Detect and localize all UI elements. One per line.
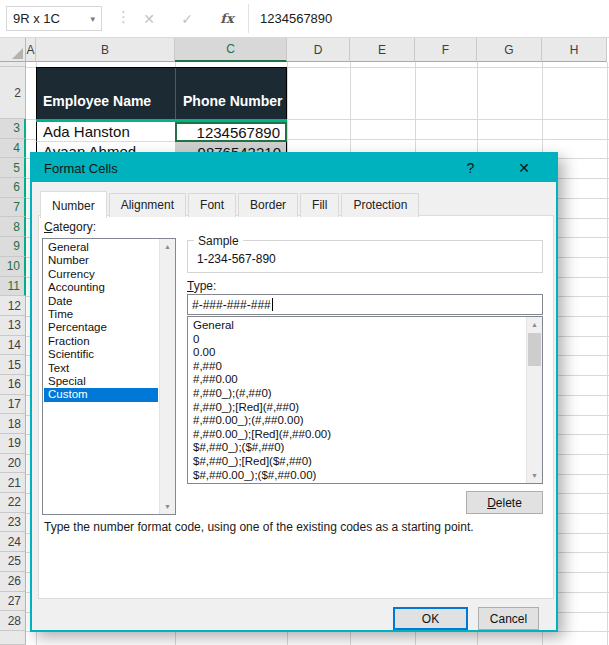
- formula-input[interactable]: 1234567890: [252, 6, 609, 31]
- column-header-B[interactable]: B: [36, 38, 175, 62]
- row-header-23[interactable]: 23: [0, 513, 26, 533]
- row-header-21[interactable]: 21: [0, 473, 26, 493]
- row-header-27[interactable]: 27: [0, 592, 26, 612]
- row-header-2[interactable]: 2: [0, 67, 26, 119]
- type-code-item[interactable]: #,##0.00: [189, 373, 525, 387]
- row-header-20[interactable]: 20: [0, 454, 26, 474]
- row-header-13[interactable]: 13: [0, 316, 26, 336]
- category-item-custom[interactable]: Custom: [44, 388, 158, 401]
- column-header-F[interactable]: F: [415, 38, 477, 62]
- dialog-title-bar[interactable]: Format Cells ? ✕: [32, 154, 556, 182]
- type-code-item[interactable]: General: [189, 319, 525, 333]
- column-header-D[interactable]: D: [287, 38, 350, 62]
- row-header-22[interactable]: 22: [0, 493, 26, 513]
- row-header-12[interactable]: 12: [0, 296, 26, 316]
- category-item-text[interactable]: Text: [44, 362, 158, 375]
- select-all-icon: [12, 48, 23, 59]
- cell-c3-active[interactable]: 1234567890: [175, 122, 287, 142]
- dialog-help-text: Type the number format code, using one o…: [44, 520, 540, 534]
- category-scrollbar[interactable]: ▲ ▼: [159, 239, 175, 514]
- name-box[interactable]: 9R x 1C ▾: [6, 6, 102, 31]
- cell-b3[interactable]: Ada Hanston: [36, 122, 175, 142]
- scroll-up-icon[interactable]: ▲: [527, 317, 542, 332]
- category-item-time[interactable]: Time: [44, 308, 158, 321]
- type-code-item[interactable]: 0: [189, 333, 525, 347]
- row-header-24[interactable]: 24: [0, 532, 26, 552]
- delete-button[interactable]: Delete: [466, 491, 543, 514]
- tab-protection[interactable]: Protection: [341, 193, 419, 217]
- scroll-down-icon[interactable]: ▼: [160, 499, 175, 514]
- header-cell-employee-name[interactable]: Employee Name: [37, 68, 176, 119]
- row-header-15[interactable]: 15: [0, 355, 26, 375]
- tab-border[interactable]: Border: [238, 193, 298, 217]
- row-header-3[interactable]: 3: [0, 119, 26, 139]
- row-header-26[interactable]: 26: [0, 572, 26, 592]
- employee-table: Employee Name Phone Number Ada Hanston 1…: [36, 67, 287, 162]
- row-header-11[interactable]: 11: [0, 277, 26, 297]
- scroll-up-icon[interactable]: ▲: [160, 239, 175, 254]
- row-header-17[interactable]: 17: [0, 395, 26, 415]
- row-header-5[interactable]: 5: [0, 158, 26, 178]
- type-code-listbox[interactable]: General00.00#,##0#,##0.00#,##0_);(#,##0)…: [187, 316, 543, 484]
- row-header-10[interactable]: 10: [0, 257, 26, 277]
- row-header-6[interactable]: 6: [0, 178, 26, 198]
- type-code-item[interactable]: #,##0_);[Red](#,##0): [189, 401, 525, 415]
- formula-cancel-icon[interactable]: ✕: [134, 6, 164, 31]
- category-item-accounting[interactable]: Accounting: [44, 281, 158, 294]
- type-code-item[interactable]: $#,##0_);[Red]($#,##0): [189, 455, 525, 469]
- tab-alignment[interactable]: Alignment: [109, 193, 186, 217]
- cancel-button[interactable]: Cancel: [478, 607, 539, 630]
- type-scrollbar[interactable]: ▲ ▼: [526, 317, 542, 483]
- category-item-currency[interactable]: Currency: [44, 268, 158, 281]
- type-code-item[interactable]: $#,##0.00_);($#,##0.00): [189, 469, 525, 483]
- column-header-E[interactable]: E: [350, 38, 415, 62]
- scrollbar-thumb[interactable]: [528, 333, 541, 366]
- category-listbox[interactable]: GeneralNumberCurrencyAccountingDateTimeP…: [42, 238, 176, 515]
- formula-enter-icon[interactable]: ✓: [172, 6, 202, 31]
- row-header-partial[interactable]: [0, 631, 26, 645]
- category-item-date[interactable]: Date: [44, 295, 158, 308]
- category-item-fraction[interactable]: Fraction: [44, 335, 158, 348]
- type-code-item[interactable]: 0.00: [189, 346, 525, 360]
- row-header-4[interactable]: 4: [0, 139, 26, 159]
- tab-number[interactable]: Number: [40, 191, 107, 218]
- category-item-number[interactable]: Number: [44, 254, 158, 267]
- tab-font[interactable]: Font: [188, 193, 236, 217]
- insert-function-icon[interactable]: fx: [212, 6, 242, 31]
- category-item-scientific[interactable]: Scientific: [44, 348, 158, 361]
- tab-fill[interactable]: Fill: [300, 193, 339, 217]
- column-header-G[interactable]: G: [477, 38, 542, 62]
- row-header-8[interactable]: 8: [0, 217, 26, 237]
- name-box-caret-icon[interactable]: ▾: [90, 14, 95, 24]
- type-code-item[interactable]: #,##0.00_);(#,##0.00): [189, 414, 525, 428]
- category-item-general[interactable]: General: [44, 241, 158, 254]
- dialog-close-icon[interactable]: ✕: [512, 160, 536, 176]
- type-code-item[interactable]: #,##0_);(#,##0): [189, 387, 525, 401]
- type-code-item[interactable]: #,##0.00_);[Red](#,##0.00): [189, 428, 525, 442]
- category-item-percentage[interactable]: Percentage: [44, 321, 158, 334]
- row-header-18[interactable]: 18: [0, 414, 26, 434]
- type-code-item[interactable]: $#,##0_);($#,##0): [189, 441, 525, 455]
- row-header-19[interactable]: 19: [0, 434, 26, 454]
- type-input[interactable]: #-###-###-###: [187, 294, 543, 315]
- type-input-value: #-###-###-###: [192, 298, 271, 312]
- column-header-A[interactable]: A: [26, 38, 36, 62]
- ok-button[interactable]: OK: [393, 607, 468, 630]
- column-header-C[interactable]: C: [175, 38, 287, 62]
- row-header-14[interactable]: 14: [0, 336, 26, 356]
- scroll-down-icon[interactable]: ▼: [527, 468, 542, 483]
- row-header-28[interactable]: 28: [0, 611, 26, 631]
- type-code-item[interactable]: #,##0: [189, 360, 525, 374]
- header-cell-phone-number[interactable]: Phone Number: [176, 68, 286, 119]
- table-row: Ada Hanston 1234567890: [36, 122, 287, 142]
- formula-divider: [248, 4, 249, 33]
- category-item-special[interactable]: Special: [44, 375, 158, 388]
- row-header-9[interactable]: 9: [0, 237, 26, 257]
- column-header-H[interactable]: H: [542, 38, 607, 62]
- row-header-16[interactable]: 16: [0, 375, 26, 395]
- dialog-help-icon[interactable]: ?: [460, 160, 480, 176]
- select-all-corner[interactable]: [0, 38, 26, 62]
- category-label: Category:: [44, 220, 96, 234]
- row-header-7[interactable]: 7: [0, 198, 26, 218]
- row-header-25[interactable]: 25: [0, 552, 26, 572]
